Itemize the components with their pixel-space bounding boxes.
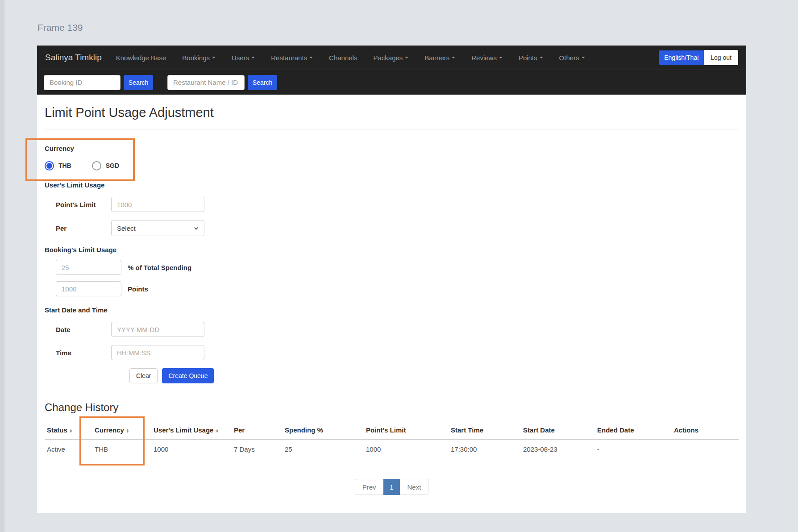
page-title: Limit Point Usage Adjustment [45,105,739,129]
change-history-table: Status▴▾ Currency▴▾ User's Limit Usage▴▾… [45,422,739,460]
frame-label: Frame 139 [37,22,83,33]
cell-start-date: 2023-08-23 [521,440,595,460]
radio-thb[interactable]: THB [45,161,71,170]
caret-down-icon [499,57,503,58]
col-header-ended-date: Ended Date [595,422,672,440]
nav-item-reviews[interactable]: Reviews [471,54,503,62]
cell-points-limit: 1000 [364,440,449,460]
col-header-start-date: Start Date [521,422,595,440]
search-bar: Search Search [37,70,746,95]
main-content: Limit Point Usage Adjustment Currency TH… [37,105,746,513]
sort-icon: ▴▾ [70,428,72,433]
col-header-users-limit-usage[interactable]: User's Limit Usage▴▾ [151,422,232,440]
nav-item-channels[interactable]: Channels [329,54,357,62]
nav-menu: Knowledge Base Bookings Users Restaurant… [116,54,659,62]
pagination-next-button[interactable]: Next [400,479,429,495]
table-row: Active THB 1000 7 Days 25 1000 17:30:00 … [45,440,739,460]
currency-radio-row: THB SGD [45,160,161,171]
points-limit-input[interactable] [111,197,204,212]
pagination-prev-button[interactable]: Prev [355,479,384,495]
date-input[interactable] [111,322,204,337]
form-action-row: Clear Create Queue [45,368,739,383]
start-datetime-heading: Start Date and Time [45,306,739,314]
cell-status: Active [45,440,92,460]
logout-button[interactable]: Log out [704,50,738,65]
caret-down-icon [540,57,543,58]
nav-item-banners[interactable]: Banners [424,54,455,62]
nav-item-others[interactable]: Others [559,54,585,62]
nav-item-points[interactable]: Points [519,54,543,62]
caret-down-icon [452,57,455,58]
col-header-start-time: Start Time [449,422,521,440]
spending-percent-row: % of Total Spending [45,260,739,275]
create-queue-button[interactable]: Create Queue [162,368,214,383]
cell-ended-date: - [595,440,672,460]
points-row: Points [45,281,739,296]
users-limit-usage-heading: User's Limit Usage [45,181,739,189]
time-input[interactable] [111,345,204,360]
date-row: Date [45,322,739,337]
currency-group: Currency THB SGD [45,145,161,171]
per-select[interactable]: Select [111,220,204,236]
time-row: Time [45,345,739,360]
cell-currency: THB [92,440,151,460]
language-toggle-button[interactable]: English/Thai [659,50,704,65]
radio-sgd[interactable]: SGD [92,161,119,170]
caret-down-icon [251,57,255,58]
col-header-status[interactable]: Status▴▾ [45,422,92,440]
currency-label: Currency [45,145,161,152]
pagination: Prev 1 Next [45,479,739,513]
per-row: Per Select [45,220,739,236]
clear-button[interactable]: Clear [129,368,158,383]
cell-actions [672,440,739,460]
col-header-currency[interactable]: Currency▴▾ [92,422,151,440]
cell-users-limit-usage: 1000 [151,440,232,460]
time-label: Time [45,349,111,357]
radio-unselected-icon [92,161,101,170]
bookings-limit-usage-heading: Booking's Limit Usage [45,246,739,254]
app-window: Salinya Timklip Knowledge Base Bookings … [37,46,746,513]
booking-search-button[interactable]: Search [124,75,153,90]
change-history-title: Change History [45,401,739,414]
col-header-per: Per [232,422,283,440]
change-history-table-wrap: Status▴▾ Currency▴▾ User's Limit Usage▴▾… [45,422,739,460]
points-label: Points [128,285,148,293]
cell-per: 7 Days [232,440,283,460]
navbar-actions: English/Thai Log out [659,50,738,65]
top-navbar: Salinya Timklip Knowledge Base Bookings … [37,46,746,70]
nav-item-restaurants[interactable]: Restaurants [271,54,313,62]
caret-down-icon [582,57,585,58]
booking-points-input[interactable] [56,281,121,296]
nav-item-users[interactable]: Users [232,54,255,62]
per-label: Per [45,224,111,232]
sort-icon: ▴▾ [216,428,218,433]
nav-item-packages[interactable]: Packages [373,54,408,62]
radio-selected-icon [45,161,54,170]
caret-down-icon [405,57,408,58]
spending-percent-input[interactable] [56,260,121,275]
cell-spending: 25 [283,440,364,460]
date-label: Date [45,326,111,333]
col-header-actions: Actions [672,422,739,440]
nav-item-bookings[interactable]: Bookings [182,54,216,62]
restaurant-search-button[interactable]: Search [248,75,277,90]
chevron-down-icon [194,226,199,231]
col-header-points-limit: Point's Limit [364,422,449,440]
spending-percent-label: % of Total Spending [128,264,191,271]
sort-icon: ▴▾ [127,428,129,433]
table-header-row: Status▴▾ Currency▴▾ User's Limit Usage▴▾… [45,422,739,440]
nav-item-knowledge-base[interactable]: Knowledge Base [116,54,166,62]
booking-id-search-input[interactable] [44,75,121,90]
points-limit-label: Point's Limit [45,201,111,208]
col-header-spending: Spending % [283,422,364,440]
brand-link[interactable]: Salinya Timklip [45,53,102,62]
caret-down-icon [212,57,216,58]
pagination-page-1-button[interactable]: 1 [383,479,400,495]
restaurant-search-input[interactable] [167,75,245,90]
caret-down-icon [309,57,313,58]
cell-start-time: 17:30:00 [449,440,521,460]
page-left-gutter [0,0,4,532]
points-limit-row: Point's Limit [45,197,739,212]
